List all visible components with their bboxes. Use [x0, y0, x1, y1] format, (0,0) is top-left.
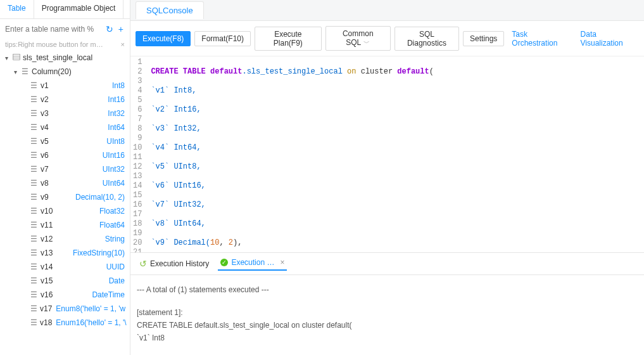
column-name: v2 [41, 95, 104, 104]
success-icon: ✓ [220, 259, 228, 266]
column-icon: ☰ [30, 165, 38, 174]
list-icon: ☰ [22, 67, 29, 76]
search-input[interactable] [5, 22, 102, 36]
sql-diagnostics-button[interactable]: SQL Diagnostics [395, 27, 459, 51]
sql-editor[interactable]: 1234567891011121314151617181920212223242… [130, 56, 644, 252]
toolbar: Execute(F8) Format(F10) Execute Plan(F9)… [130, 21, 644, 56]
column-name: v16 [41, 290, 88, 299]
tree-column-row[interactable]: ☰v9Decimal(10, 2) [0, 190, 130, 204]
column-name: v6 [41, 151, 99, 160]
close-tips-icon[interactable]: × [118, 41, 125, 48]
execute-plan-button[interactable]: Execute Plan(F9) [255, 27, 322, 51]
tree-table-label: sls_test_single_local [23, 53, 125, 62]
tips-text: tips:Right mouse button for m… × [0, 39, 130, 51]
column-icon: ☰ [30, 95, 38, 104]
column-name: v11 [41, 221, 96, 229]
data-visualization-link[interactable]: Data Visualization [577, 27, 639, 50]
column-type: Int64 [108, 123, 125, 132]
left-panel: Table Programmable Object ↻ + tips:Right… [0, 0, 130, 355]
tab-execution-history[interactable]: ↺ Execution History [137, 257, 212, 270]
refresh-icon[interactable]: ↻ [104, 24, 115, 34]
column-type: Int16 [108, 95, 125, 104]
column-name: v1 [41, 81, 108, 90]
column-type: Date [109, 276, 125, 285]
result-statement-line: CREATE TABLE default.sls_test_single_loc… [137, 321, 638, 330]
common-sql-button[interactable]: Common SQL﹀ [325, 26, 391, 51]
column-type: UUID [106, 262, 125, 271]
tree-table-node[interactable]: ▾ sls_test_single_local [0, 51, 130, 65]
tree-column-row[interactable]: ☰v16DateTime [0, 288, 130, 302]
column-type: UInt16 [103, 151, 125, 160]
editor-code[interactable]: CREATE TABLE default.sls_test_single_loc… [147, 56, 644, 252]
svg-rect-0 [13, 55, 20, 60]
column-icon: ☰ [30, 290, 38, 299]
column-icon: ☰ [30, 276, 38, 285]
tab-execution-result[interactable]: ✓ Execution … × [218, 257, 287, 271]
tree-column-row[interactable]: ☰v10Float32 [0, 204, 130, 218]
tab-sqlconsole[interactable]: SQLConsole [136, 1, 204, 19]
settings-button[interactable]: Settings [463, 31, 504, 46]
result-statement-partial: `v1` Int8 [137, 333, 638, 342]
column-name: v10 [41, 207, 96, 216]
column-icon: ☰ [30, 109, 38, 118]
column-icon: ☰ [30, 123, 38, 132]
tab-table[interactable]: Table [0, 0, 34, 18]
tree-column-row[interactable]: ☰v5UInt8 [0, 134, 130, 148]
column-type: Int8 [112, 81, 125, 90]
close-tab-icon[interactable]: × [280, 258, 284, 267]
format-button[interactable]: Format(F10) [194, 31, 251, 46]
column-type: UInt8 [106, 137, 125, 146]
column-type: Int32 [108, 109, 125, 118]
column-name: v5 [41, 137, 103, 146]
tree-column-row[interactable]: ☰v2Int16 [0, 93, 130, 106]
column-name: v9 [41, 193, 72, 202]
result-tabs: ↺ Execution History ✓ Execution … × [130, 252, 644, 275]
editor-gutter: 1234567891011121314151617181920212223242… [130, 56, 147, 252]
column-type: Enum16('hello' = 1, '\ [56, 318, 126, 327]
tree-column-row[interactable]: ☰v4Int64 [0, 120, 130, 134]
tab-execution-result-label: Execution … [231, 258, 274, 267]
tree-column-row[interactable]: ☰v18Enum16('hello' = 1, '\ [0, 316, 130, 330]
add-icon[interactable]: + [117, 24, 125, 34]
caret-down-icon: ▾ [14, 68, 22, 75]
column-type: FixedString(10) [73, 248, 125, 257]
tree-column-row[interactable]: ☰v15Date [0, 274, 130, 288]
column-icon: ☰ [30, 179, 38, 188]
column-icon: ☰ [30, 207, 38, 216]
column-icon: ☰ [30, 221, 38, 229]
tree-column-row[interactable]: ☰v7UInt32 [0, 162, 130, 176]
column-name: v3 [41, 109, 104, 118]
editor-tabs: SQLConsole [130, 0, 644, 21]
column-type: UInt32 [103, 165, 125, 174]
result-body: --- A total of (1) statements executed -… [130, 275, 644, 355]
tree-columns-node[interactable]: ▾ ☰ Column(20) [0, 65, 130, 79]
tips-label: tips:Right mouse button for m… [5, 41, 103, 48]
tree-column-row[interactable]: ☰v12String [0, 232, 130, 246]
tree-column-row[interactable]: ☰v6UInt16 [0, 148, 130, 162]
tree-column-row[interactable]: ☰v13FixedString(10) [0, 246, 130, 260]
task-orchestration-link[interactable]: Task Orchestration [508, 27, 572, 50]
column-name: v15 [41, 276, 105, 285]
tree-column-row[interactable]: ☰v17Enum8('hello' = 1, 'w [0, 302, 130, 316]
column-name: v12 [41, 235, 101, 243]
tree-column-row[interactable]: ☰v1Int8 [0, 79, 130, 93]
right-panel: SQLConsole Execute(F8) Format(F10) Execu… [130, 0, 644, 355]
column-icon: ☰ [30, 235, 38, 243]
column-name: v7 [41, 165, 99, 174]
search-row: ↻ + [0, 19, 130, 39]
column-icon: ☰ [30, 318, 37, 327]
execute-button[interactable]: Execute(F8) [136, 31, 191, 46]
column-type: String [105, 235, 125, 243]
tab-programmable-object[interactable]: Programmable Object [34, 0, 124, 18]
tree-column-row[interactable]: ☰v3Int32 [0, 106, 130, 120]
column-name: v17 [40, 304, 52, 313]
column-icon: ☰ [30, 193, 38, 202]
tree-column-row[interactable]: ☰v11Float64 [0, 218, 130, 232]
table-icon [13, 53, 20, 62]
tree-column-row[interactable]: ☰v14UUID [0, 260, 130, 274]
chevron-down-icon: ﹀ [363, 39, 370, 46]
tree-column-row[interactable]: ☰v8UInt64 [0, 176, 130, 190]
column-type: Decimal(10, 2) [75, 193, 125, 202]
history-icon: ↺ [139, 259, 147, 269]
column-name: v4 [41, 123, 104, 132]
